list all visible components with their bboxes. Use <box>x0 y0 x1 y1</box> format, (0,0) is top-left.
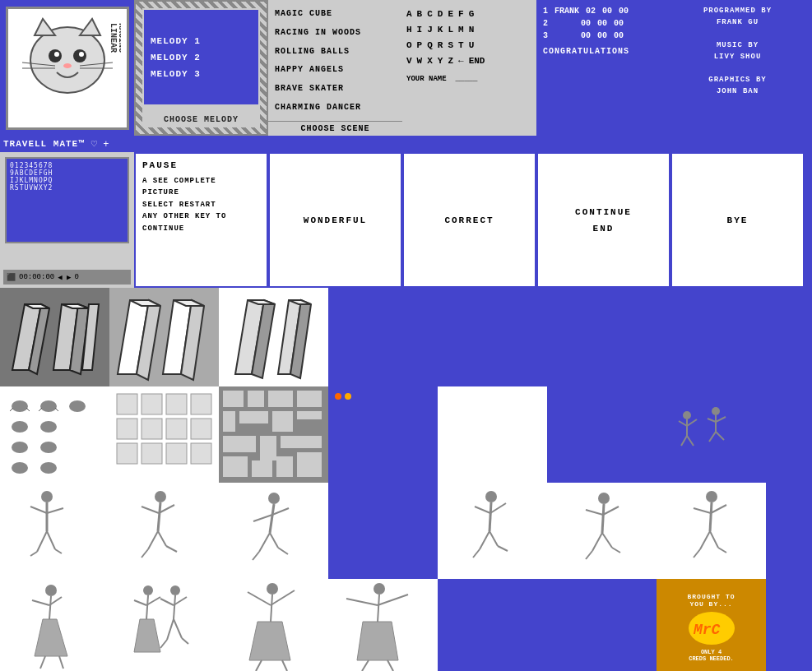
continue-text[interactable]: CONTINUE <box>575 207 632 217</box>
branding-line-4: CREDS NEEDED. <box>689 655 734 662</box>
bye-text[interactable]: BYE <box>727 215 749 225</box>
alpha-X[interactable]: X <box>427 56 433 66</box>
alpha-A[interactable]: A <box>406 9 412 19</box>
alpha-T[interactable]: T <box>458 40 464 50</box>
skater-cell-4 <box>438 483 547 579</box>
alpha-B[interactable]: B <box>417 9 423 19</box>
pause-line-4: ANY OTHER KEY TO <box>142 211 260 222</box>
credits-line-5: GRAPHICS BY <box>677 76 798 84</box>
sprite-sheet-cell <box>109 386 219 483</box>
score-name-1: FRANK <box>554 7 579 16</box>
svg-point-1 <box>30 27 104 93</box>
sprites-row <box>0 386 812 483</box>
svg-rect-79 <box>297 452 322 477</box>
alpha-M[interactable]: M <box>458 25 464 35</box>
alpha-J[interactable]: J <box>427 25 433 35</box>
alpha-O[interactable]: O <box>406 40 412 50</box>
svg-line-95 <box>47 508 63 513</box>
alpha-F[interactable]: F <box>458 9 464 19</box>
svg-line-172 <box>362 660 369 671</box>
scene-item-3[interactable]: ROLLING BALLS <box>275 47 396 56</box>
svg-line-123 <box>498 546 508 551</box>
insects-cell <box>0 386 109 483</box>
score-val-3b: 00 <box>597 31 607 40</box>
alpha-G[interactable]: G <box>469 9 475 19</box>
alpha-H[interactable]: H <box>406 25 412 35</box>
skater-cell-2 <box>109 483 219 579</box>
svg-point-92 <box>41 491 53 502</box>
alpha-I[interactable]: I <box>417 25 423 35</box>
svg-line-98 <box>30 552 37 556</box>
svg-line-101 <box>158 502 160 531</box>
alpha-S[interactable]: S <box>448 40 453 50</box>
svg-line-82 <box>679 421 687 426</box>
svg-line-113 <box>270 533 278 548</box>
svg-rect-69 <box>223 411 235 432</box>
branding-cell: BROUGHT TO YOU BY... MrC ONLY 4 CREDS NE… <box>657 579 766 671</box>
svg-line-173 <box>387 660 393 671</box>
alpha-D[interactable]: D <box>438 9 443 19</box>
scene-item-5[interactable]: BRAVE SKATER <box>275 84 396 93</box>
pause-title: PAUSE <box>142 160 260 170</box>
svg-line-97 <box>47 531 55 549</box>
svg-line-150 <box>134 600 146 605</box>
alpha-back[interactable]: ← <box>458 56 464 66</box>
svg-marker-162 <box>249 622 290 660</box>
svg-point-41 <box>12 442 28 453</box>
letters-row <box>0 288 812 386</box>
scene-item-2[interactable]: RACING IN WOODS <box>275 28 396 37</box>
alpha-Y[interactable]: Y <box>438 56 443 66</box>
skater-cell-3 <box>219 483 328 579</box>
credits-line-2: FRANK GU <box>677 18 798 26</box>
alpha-Z[interactable]: Z <box>448 56 453 66</box>
svg-point-42 <box>40 442 57 453</box>
scene-item-1[interactable]: MAGIC CUBE <box>275 9 396 18</box>
svg-line-163 <box>248 592 271 605</box>
svg-line-46 <box>10 408 13 411</box>
svg-point-43 <box>12 462 28 474</box>
scene-item-4[interactable]: HAPPY ANGELS <box>275 65 396 74</box>
svg-line-158 <box>160 640 167 648</box>
letter-cell-2 <box>109 288 219 386</box>
branding-line-1: BROUGHT TO <box>687 593 735 600</box>
alpha-K[interactable]: K <box>438 25 443 35</box>
svg-rect-60 <box>142 443 162 464</box>
logo-box: LINEAR RACING <box>6 7 129 130</box>
svg-line-102 <box>142 507 159 513</box>
svg-marker-169 <box>357 622 398 660</box>
svg-line-143 <box>32 600 49 605</box>
alpha-Q[interactable]: Q <box>427 40 433 50</box>
alpha-end[interactable]: END <box>469 56 485 66</box>
svg-line-165 <box>256 660 262 671</box>
end-text[interactable]: END <box>593 224 615 234</box>
svg-text:MrC: MrC <box>693 622 721 638</box>
scores-panel: 1 FRANK 02 00 00 2 00 00 00 3 00 00 00 C… <box>536 0 670 136</box>
alpha-U[interactable]: U <box>469 40 475 50</box>
alpha-E[interactable]: E <box>448 9 453 19</box>
svg-rect-61 <box>166 443 187 464</box>
credits-line-1: PROGRAMMED BY <box>677 7 798 15</box>
svg-line-107 <box>166 546 177 552</box>
score-val-2b: 00 <box>597 19 607 28</box>
svg-point-38 <box>40 400 57 412</box>
transport-controls[interactable]: ◀ ▶ <box>58 273 71 282</box>
svg-rect-65 <box>223 391 244 407</box>
alpha-L[interactable]: L <box>448 25 453 35</box>
svg-line-170 <box>346 599 378 605</box>
scene-item-6[interactable]: CHARMING DANCER <box>275 103 396 112</box>
name-value[interactable]: _____ <box>455 75 477 83</box>
alpha-N[interactable]: N <box>469 25 475 35</box>
svg-line-84 <box>681 436 687 446</box>
alpha-W[interactable]: W <box>417 56 423 66</box>
svg-line-146 <box>59 656 63 669</box>
svg-rect-78 <box>276 456 293 477</box>
alpha-V[interactable]: V <box>406 56 412 66</box>
alpha-P[interactable]: P <box>417 40 423 50</box>
svg-line-157 <box>174 619 182 638</box>
svg-line-114 <box>253 552 259 560</box>
skater-cell-6 <box>657 483 766 579</box>
svg-rect-54 <box>191 394 211 414</box>
alpha-C[interactable]: C <box>427 9 433 19</box>
svg-text:LINEAR: LINEAR <box>109 23 118 53</box>
alpha-R[interactable]: R <box>438 40 443 50</box>
